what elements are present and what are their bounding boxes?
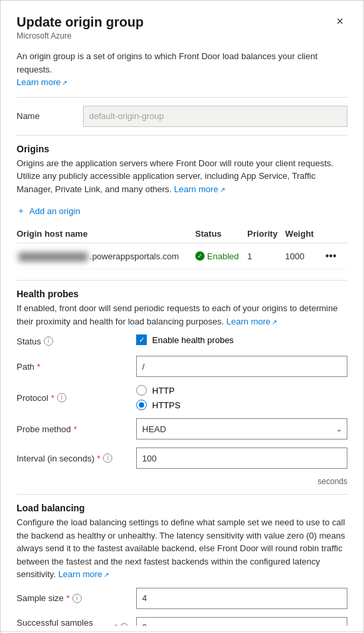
origins-external-icon: ↗	[220, 186, 225, 193]
name-field-label: Name	[17, 111, 83, 121]
protocol-required-indicator: *	[51, 393, 54, 403]
divider-3	[17, 280, 347, 281]
interval-required-indicator: *	[97, 453, 100, 463]
protocol-control: HTTP HTTPS	[136, 385, 347, 410]
probe-method-select-wrapper: HEAD GET ⌄	[136, 418, 347, 440]
protocol-row: Protocol * i HTTP	[17, 385, 347, 410]
load-balancing-title: Load balancing	[17, 503, 347, 513]
name-row: Name	[17, 106, 347, 127]
update-origin-group-dialog: Update origin group Microsoft Azure × An…	[0, 0, 364, 633]
status-info-icon: i	[44, 336, 53, 346]
origin-actions-cell: •••	[321, 243, 347, 269]
probe-method-label: Probe method *	[17, 424, 136, 434]
origins-learn-more-link[interactable]: Learn more↗	[174, 184, 225, 194]
interval-control	[136, 447, 347, 469]
divider-2	[17, 135, 347, 136]
path-row: Path *	[17, 356, 347, 377]
add-origin-button[interactable]: ＋ Add an origin	[17, 202, 80, 219]
origin-status-cell: ✓ Enabled	[195, 243, 248, 269]
status-row: Status i ✓ Enable health probes	[17, 334, 347, 348]
intro-learn-more-link[interactable]: Learn more↗	[17, 77, 67, 87]
origin-status-enabled: ✓ Enabled	[195, 251, 242, 261]
probe-method-required-indicator: *	[74, 424, 77, 434]
protocol-label: Protocol * i	[17, 393, 136, 403]
origins-description: Origins are the application servers wher…	[17, 157, 347, 196]
name-input[interactable]	[83, 106, 347, 127]
col-host-name: Origin host name	[17, 226, 195, 243]
origin-priority-cell: 1	[247, 243, 285, 269]
health-probes-description: If enabled, front door will send periodi…	[17, 302, 347, 328]
sample-size-required-indicator: *	[66, 593, 70, 603]
load-balancing-description: Configure the load balancing settings to…	[17, 516, 347, 581]
col-actions	[321, 226, 347, 243]
header-text: Update origin group Microsoft Azure	[17, 14, 143, 41]
divider-4	[17, 494, 347, 495]
http-radio-button[interactable]	[136, 385, 147, 396]
health-probes-external-icon: ↗	[272, 318, 277, 326]
col-priority: Priority	[247, 226, 285, 243]
add-origin-icon: ＋	[17, 205, 25, 217]
protocol-http-option[interactable]: HTTP	[136, 385, 347, 396]
dialog-body: An origin group is a set of origins to w…	[1, 47, 363, 626]
path-label: Path *	[17, 362, 136, 372]
load-balancing-learn-more-link[interactable]: Learn more↗	[58, 569, 109, 579]
dialog-subtitle: Microsoft Azure	[17, 31, 143, 41]
interval-info-icon: i	[103, 453, 112, 463]
origins-table: Origin host name Status Priority Weight …	[17, 226, 347, 269]
dialog-header: Update origin group Microsoft Azure ×	[1, 1, 363, 47]
probe-method-select[interactable]: HEAD GET	[136, 418, 347, 440]
https-label: HTTPS	[152, 400, 181, 410]
sample-size-info-icon: i	[72, 594, 82, 603]
origin-host-cell: ████████████.powerappsportals.com	[17, 243, 195, 269]
status-control: ✓ Enable health probes	[136, 334, 347, 348]
origin-host-blurred: ████████████	[17, 252, 90, 261]
health-probes-section: Health probes If enabled, front door wil…	[17, 289, 347, 486]
col-weight: Weight	[285, 226, 321, 243]
interval-input[interactable]	[136, 447, 347, 469]
lb-external-icon: ↗	[104, 571, 109, 578]
table-row: ████████████.powerappsportals.com ✓ Enab…	[17, 243, 347, 269]
sample-size-input[interactable]	[136, 588, 347, 609]
dialog-title: Update origin group	[17, 14, 143, 30]
health-probes-learn-more-link[interactable]: Learn more↗	[227, 316, 277, 326]
successful-samples-required-indicator: *	[114, 622, 118, 626]
origin-host-suffix: .powerappsportals.com	[90, 251, 179, 261]
protocol-https-option[interactable]: HTTPS	[136, 400, 347, 410]
name-field-value	[83, 106, 347, 127]
seconds-label: seconds	[17, 477, 347, 486]
close-icon: ×	[336, 15, 343, 28]
status-label: Status i	[17, 336, 136, 346]
col-status: Status	[195, 226, 248, 243]
load-balancing-section: Load balancing Configure the load balanc…	[17, 503, 347, 626]
protocol-info-icon: i	[57, 393, 66, 402]
successful-samples-label: Successful samples required * i	[17, 618, 136, 626]
origin-weight-cell: 1000	[285, 243, 321, 269]
probe-method-control: HEAD GET ⌄	[136, 418, 347, 440]
successful-samples-input[interactable]	[136, 617, 347, 626]
health-probes-title: Health probes	[17, 289, 347, 299]
origin-more-options-button[interactable]: •••	[321, 249, 341, 263]
http-label: HTTP	[152, 386, 175, 396]
external-link-icon: ↗	[62, 79, 67, 86]
enable-health-probes-checkbox[interactable]: ✓	[136, 334, 147, 345]
successful-samples-row: Successful samples required * i	[17, 617, 347, 626]
https-radio-button[interactable]	[136, 400, 147, 410]
checkbox-checkmark: ✓	[139, 336, 145, 344]
enable-health-probes-row: ✓ Enable health probes	[136, 334, 347, 345]
sample-size-control	[136, 588, 347, 609]
origins-title: Origins	[17, 144, 347, 154]
path-input[interactable]	[136, 356, 347, 377]
probe-method-row: Probe method * HEAD GET ⌄	[17, 418, 347, 440]
path-control	[136, 356, 347, 377]
close-button[interactable]: ×	[332, 14, 347, 29]
sample-size-label: Sample size * i	[17, 593, 136, 603]
enabled-check-icon: ✓	[195, 251, 205, 261]
interval-row: Interval (in seconds) * i	[17, 447, 347, 469]
sample-size-row: Sample size * i	[17, 588, 347, 609]
intro-description: An origin group is a set of origins to w…	[17, 50, 347, 89]
add-origin-label: Add an origin	[29, 206, 80, 216]
path-required-indicator: *	[37, 362, 41, 372]
successful-samples-control	[136, 617, 347, 626]
enable-health-probes-label: Enable health probes	[152, 335, 234, 345]
table-header-row: Origin host name Status Priority Weight	[17, 226, 347, 243]
